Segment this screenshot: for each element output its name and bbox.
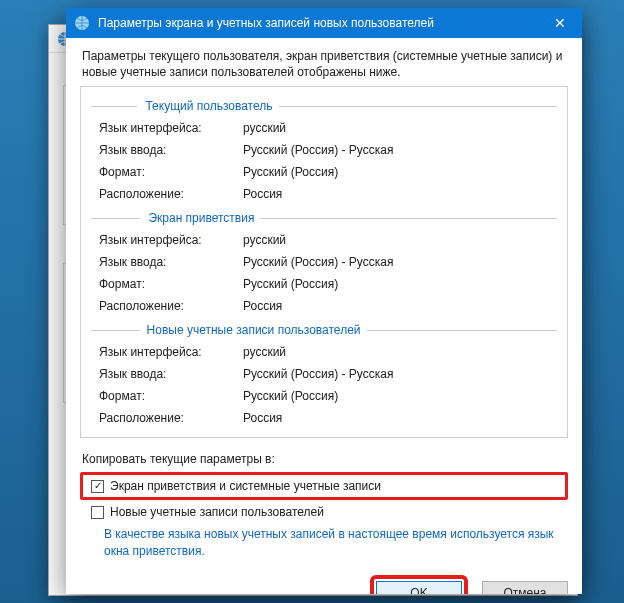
dialog-title: Параметры экрана и учетных записей новых… [98,16,538,30]
copy-section: Копировать текущие параметры в: ✓ Экран … [80,452,568,558]
row-location: Расположение:Россия [91,183,557,205]
checkbox-new-users[interactable]: Новые учетные записи пользователей [85,502,568,522]
row-format: Формат:Русский (Россия) [91,385,557,407]
highlight-ok-button: OK [370,575,468,594]
row-display-language: Язык интерфейса:русский [91,341,557,363]
cancel-button[interactable]: Отмена [482,581,568,594]
close-icon: ✕ [554,15,566,31]
ok-button[interactable]: OK [376,581,462,594]
settings-groupbox: Текущий пользователь Язык интерфейса:рус… [80,86,568,438]
row-input-language: Язык ввода:Русский (Россия) - Русская [91,363,557,385]
globe-icon [74,15,90,31]
row-format: Формат:Русский (Россия) [91,273,557,295]
group-header: Новые учетные записи пользователей [139,323,367,337]
highlight-welcome-checkbox: ✓ Экран приветствия и системные учетные … [80,472,568,500]
checkbox-icon [91,506,104,519]
settings-dialog: Параметры экрана и учетных записей новых… [66,8,582,594]
checkbox-label: Новые учетные записи пользователей [110,505,324,519]
dialog-titlebar: Параметры экрана и учетных записей новых… [66,8,582,38]
group-welcome-screen: Экран приветствия Язык интерфейса:русски… [91,211,557,317]
note-text: В качестве языка новых учетных записей в… [104,526,566,558]
checkbox-icon: ✓ [91,480,104,493]
group-header: Текущий пользователь [137,99,278,113]
row-input-language: Язык ввода:Русский (Россия) - Русская [91,139,557,161]
row-location: Расположение:Россия [91,295,557,317]
row-format: Формат:Русский (Россия) [91,161,557,183]
intro-text: Параметры текущего пользователя, экран п… [82,48,566,80]
checkbox-label: Экран приветствия и системные учетные за… [110,479,381,493]
dialog-buttons: OK Отмена [80,575,568,594]
row-display-language: Язык интерфейса:русский [91,117,557,139]
row-display-language: Язык интерфейса:русский [91,229,557,251]
group-current-user: Текущий пользователь Язык интерфейса:рус… [91,99,557,205]
close-button[interactable]: ✕ [538,8,582,38]
row-location: Расположение:Россия [91,407,557,429]
copy-label: Копировать текущие параметры в: [82,452,568,466]
group-header: Экран приветствия [140,211,260,225]
row-input-language: Язык ввода:Русский (Россия) - Русская [91,251,557,273]
checkbox-welcome-screen[interactable]: ✓ Экран приветствия и системные учетные … [85,476,563,496]
group-new-users: Новые учетные записи пользователей Язык … [91,323,557,429]
